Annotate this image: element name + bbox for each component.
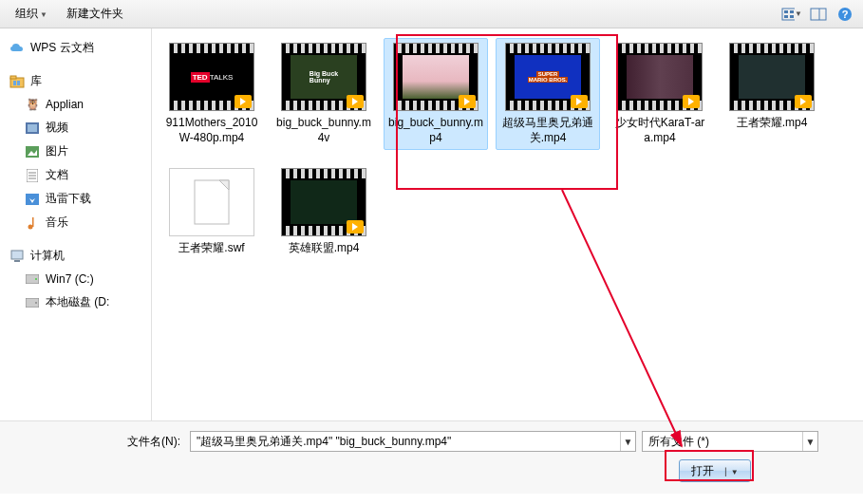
document-icon: [25, 168, 40, 183]
sidebar-computer[interactable]: 计算机: [4, 244, 147, 268]
open-button[interactable]: 打开 ▏▼: [679, 459, 751, 482]
file-item[interactable]: SUPERMARIO BROS. 超级马里奥兄弟通关.mp4: [496, 38, 600, 150]
picture-icon: [25, 144, 40, 159]
svg-rect-0: [782, 9, 795, 20]
view-menu[interactable]: ▼: [781, 5, 802, 24]
new-folder-button[interactable]: 新建文件夹: [59, 2, 131, 26]
download-icon: [25, 192, 40, 207]
svg-point-28: [35, 278, 37, 280]
sidebar-drive-d[interactable]: 本地磁盘 (D:: [4, 290, 147, 314]
file-item[interactable]: TEDTALKS 911Mothers_2010W-480p.mp4: [159, 38, 264, 150]
filter-combo[interactable]: 所有文件 (*) ▼: [642, 431, 818, 452]
svg-point-30: [35, 302, 37, 304]
toolbar: 组织▼ 新建文件夹 ▼ ?: [0, 0, 863, 28]
filename-combo: ▼: [190, 431, 636, 452]
svg-rect-14: [28, 124, 37, 132]
svg-text:?: ?: [842, 9, 849, 20]
library-icon: [9, 74, 25, 89]
play-icon: [347, 220, 364, 233]
help-button[interactable]: ?: [835, 5, 855, 24]
svg-rect-12: [17, 81, 20, 85]
sidebar-item-xunlei[interactable]: 迅雷下载: [4, 187, 147, 211]
play-icon: [459, 95, 476, 108]
svg-rect-24: [32, 217, 34, 227]
svg-rect-1: [784, 10, 788, 13]
file-item[interactable]: 少女时代KaraT-ara.mp4: [608, 38, 712, 150]
bottom-panel: 文件名(N): ▼ 所有文件 (*) ▼ 打开 ▏▼: [0, 420, 863, 494]
play-icon: [683, 95, 700, 108]
play-icon: [347, 95, 364, 108]
split-arrow-icon: ▏▼: [725, 468, 739, 476]
sidebar-item-pictures[interactable]: 图片: [4, 140, 147, 163]
file-item[interactable]: 王者荣耀.swf: [159, 163, 264, 260]
drive-icon: [25, 271, 40, 287]
sidebar-libraries[interactable]: 库: [4, 69, 147, 93]
cloud-icon: [9, 41, 25, 56]
play-icon: [571, 95, 588, 108]
preview-pane-button[interactable]: [808, 5, 829, 24]
chevron-down-icon: ▼: [40, 10, 47, 19]
file-item[interactable]: big_buck_bunny.mp4: [384, 38, 488, 150]
sidebar-item-applian[interactable]: 🦉Applian: [4, 93, 147, 116]
svg-rect-11: [13, 81, 16, 85]
filename-input[interactable]: [191, 435, 620, 448]
computer-icon: [9, 249, 25, 264]
svg-rect-25: [11, 251, 23, 259]
svg-rect-5: [811, 9, 826, 20]
svg-rect-10: [10, 76, 16, 79]
svg-rect-26: [14, 260, 20, 262]
svg-rect-2: [784, 15, 788, 18]
svg-point-23: [28, 224, 33, 229]
sidebar: WPS 云文档 库 🦉Applian 视频 图片 文档 迅雷下载 音乐 计算机 …: [0, 28, 152, 420]
svg-rect-3: [790, 10, 794, 13]
file-pane: TEDTALKS 911Mothers_2010W-480p.mp4 Big B…: [152, 28, 863, 420]
filename-dropdown[interactable]: ▼: [620, 432, 635, 451]
sidebar-item-music[interactable]: 音乐: [4, 211, 147, 234]
file-item[interactable]: Big BuckBunny big_buck_bunny.m4v: [272, 38, 376, 150]
owl-icon: 🦉: [25, 97, 40, 112]
play-icon: [795, 95, 812, 108]
video-icon: [25, 121, 40, 136]
music-icon: [25, 215, 40, 231]
svg-rect-4: [790, 15, 794, 18]
svg-rect-31: [195, 180, 229, 224]
sidebar-item-documents[interactable]: 文档: [4, 163, 147, 187]
drive-icon: [25, 295, 40, 310]
file-item[interactable]: 英雄联盟.mp4: [272, 163, 376, 260]
sidebar-drive-c[interactable]: Win7 (C:): [4, 268, 147, 290]
svg-rect-21: [26, 194, 39, 205]
sidebar-wps-cloud[interactable]: WPS 云文档: [4, 36, 147, 60]
filter-dropdown[interactable]: ▼: [802, 432, 817, 451]
filename-label: 文件名(N):: [13, 434, 184, 450]
play-icon: [235, 95, 252, 108]
sidebar-item-videos[interactable]: 视频: [4, 116, 147, 140]
file-item[interactable]: 王者荣耀.mp4: [720, 38, 824, 150]
organize-menu[interactable]: 组织▼: [8, 2, 55, 26]
